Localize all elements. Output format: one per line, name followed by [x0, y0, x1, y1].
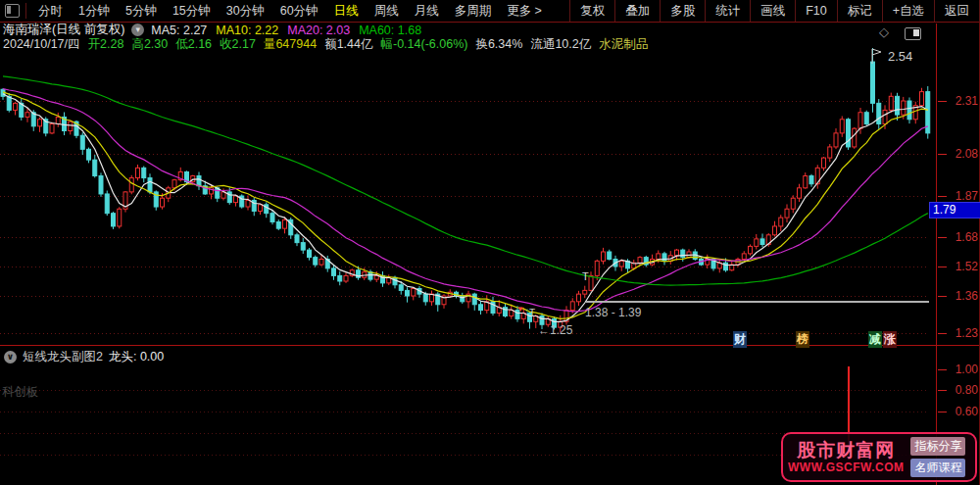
- info-field: 水泥制品: [599, 36, 648, 53]
- watermark-badges: 指标分享名师课程: [910, 437, 965, 477]
- toolbar: 分时1分钟5分钟15分钟30分钟60分钟日线周线月线多周期更多 > 复权叠加多股…: [0, 0, 980, 22]
- chart-annotation: ▼: [516, 305, 524, 314]
- info-field: 幅-0.14(-6.06%): [380, 36, 467, 53]
- period-tab-30分钟[interactable]: 30分钟: [219, 0, 272, 22]
- watermark-badge: 指标分享: [910, 437, 965, 456]
- period-tab-多周期[interactable]: 多周期: [447, 0, 500, 22]
- watermark-url: WWW.GSCFW.COM: [788, 461, 904, 475]
- shortcut-tag-减[interactable]: 减: [868, 331, 882, 348]
- watermark-box: 股市财富网 WWW.GSCFW.COM 指标分享名师课程: [781, 432, 977, 482]
- watermark-badge: 名师课程: [910, 459, 965, 477]
- period-tab-周线[interactable]: 周线: [367, 0, 407, 22]
- y-axis-label: 1.23: [941, 326, 978, 340]
- chart-annotation: ←1.25: [538, 323, 572, 337]
- y-axis-label: 2.08: [941, 147, 978, 161]
- y-axis-label: 1.68: [941, 230, 978, 244]
- ma-label: MA10: 2.22: [216, 24, 278, 37]
- shortcut-tag-榜[interactable]: 榜: [796, 331, 809, 348]
- watermark-text: 股市财富网 WWW.GSCFW.COM: [788, 440, 904, 475]
- y-axis-label: 1.52: [941, 260, 978, 273]
- info-field: 额1.44亿: [324, 36, 372, 53]
- action-button-返回[interactable]: 返回: [934, 0, 980, 22]
- window-layout-icon[interactable]: [5, 4, 20, 18]
- action-button-F10[interactable]: F10: [795, 0, 837, 22]
- action-button-标记[interactable]: 标记: [837, 0, 882, 22]
- shortcut-tag-财[interactable]: 财: [733, 331, 747, 348]
- subchart-value: 龙头: 0.00: [109, 349, 164, 365]
- y-axis-label: 1.87: [941, 189, 978, 203]
- period-tab-分时[interactable]: 分时: [30, 0, 71, 22]
- period-tab-15分钟[interactable]: 15分钟: [165, 0, 219, 22]
- action-button-复权[interactable]: 复权: [569, 0, 614, 22]
- chart-header: 海南瑞泽(日线 前复权) ▾ MA5: 2.27MA10: 2.22MA20: …: [3, 23, 421, 37]
- watermark-site: 股市财富网: [797, 440, 895, 461]
- info-field: 流通10.2亿: [530, 36, 591, 53]
- info-bar: 2024/10/17/四开2.28高2.30低2.16收2.17量647944额…: [3, 37, 648, 52]
- subchart-title: 短线龙头副图2: [23, 349, 103, 365]
- toolbar-actions: 复权叠加多股统计画线F10标记+自选返回: [569, 0, 980, 22]
- period-tab-5分钟[interactable]: 5分钟: [118, 0, 165, 22]
- shortcut-tag-涨[interactable]: 涨: [883, 331, 897, 348]
- info-field: 低2.16: [175, 36, 212, 53]
- toolbar-divider: [25, 3, 26, 19]
- chart-annotation: 2.54: [888, 49, 912, 64]
- diamond-tool-icon[interactable]: ◇: [879, 24, 889, 39]
- collapse-icon[interactable]: ∨: [4, 351, 17, 364]
- info-field: 量647944: [264, 36, 317, 53]
- ma-values: MA5: 2.27MA10: 2.22MA20: 2.03MA60: 1.68: [151, 24, 421, 37]
- action-button-画线[interactable]: 画线: [750, 0, 795, 22]
- chart-annotation: T: [529, 308, 535, 318]
- subchart-axis-label: 0.80: [941, 383, 978, 397]
- info-field: 2024/10/17/四: [3, 36, 80, 53]
- period-tab-日线[interactable]: 日线: [326, 0, 367, 22]
- ma-label: MA5: 2.27: [151, 24, 207, 37]
- action-button-统计[interactable]: 统计: [705, 0, 750, 22]
- period-tab-更多 >[interactable]: 更多 >: [499, 0, 550, 22]
- chart-annotation: 1.38 - 1.39: [585, 306, 641, 319]
- y-axis-label: 2.31: [941, 94, 978, 108]
- period-tab-月线[interactable]: 月线: [407, 0, 447, 22]
- subchart-axis-label: 1.00: [941, 363, 978, 376]
- stock-menu-icon[interactable]: ▾: [131, 24, 144, 36]
- ma-label: MA20: 2.03: [287, 24, 350, 37]
- period-tab-1分钟[interactable]: 1分钟: [71, 0, 118, 22]
- action-button-叠加[interactable]: 叠加: [614, 0, 660, 22]
- main-chart-canvas[interactable]: [0, 0, 980, 485]
- subchart-axis-label: 0.60: [941, 405, 978, 418]
- subchart-header[interactable]: ∨ 短线龙头副图2 龙头: 0.00: [4, 349, 164, 365]
- board-label: 科创板: [2, 384, 39, 401]
- info-field: 收2.17: [220, 36, 256, 53]
- y-axis-label: 1.36: [941, 289, 978, 303]
- ma-label: MA60: 1.68: [359, 24, 421, 37]
- action-button-+自选[interactable]: +自选: [882, 0, 934, 22]
- action-button-多股[interactable]: 多股: [660, 0, 705, 22]
- chart-annotation: ↓: [525, 306, 530, 315]
- app-window: 分时1分钟5分钟15分钟30分钟60分钟日线周线月线多周期更多 > 复权叠加多股…: [0, 0, 980, 485]
- info-field: 开2.28: [88, 36, 124, 53]
- info-field: 高2.30: [131, 36, 168, 53]
- chart-annotation: T: [582, 270, 589, 282]
- split-pane-icon[interactable]: [905, 27, 921, 40]
- current-price-tag: 1.79: [929, 202, 980, 218]
- toolbar-periods: 分时1分钟5分钟15分钟30分钟60分钟日线周线月线多周期更多 >: [30, 0, 550, 22]
- period-tab-60分钟[interactable]: 60分钟: [272, 0, 326, 22]
- info-field: 换6.34%: [475, 36, 522, 53]
